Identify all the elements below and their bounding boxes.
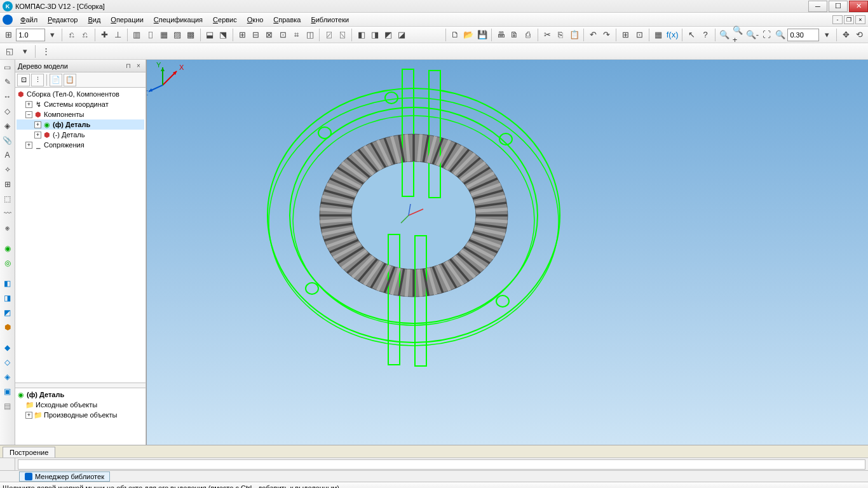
app-menu-icon[interactable]	[3, 15, 13, 25]
tool-icon[interactable]: ⬚	[1, 193, 14, 205]
tool-icon[interactable]: ⊠	[263, 28, 275, 42]
tool-icon[interactable]: ◈	[1, 119, 14, 132]
expand-icon[interactable]: +	[34, 132, 41, 139]
expand-icon[interactable]: +	[25, 142, 32, 149]
grid-snap-icon[interactable]: ⊞	[3, 28, 15, 42]
redo-icon[interactable]: ↷	[600, 28, 613, 42]
tree-node[interactable]: 📁 Исходные объекты	[17, 400, 144, 410]
close-button[interactable]: ✕	[849, 1, 868, 12]
tree-tool-icon[interactable]: ⋮	[31, 74, 44, 86]
tool-icon[interactable]: ✧	[1, 163, 14, 176]
tool-icon[interactable]: ⊡	[277, 28, 289, 42]
tool-icon[interactable]: ⊞	[620, 28, 632, 42]
scale-input[interactable]	[16, 29, 45, 41]
tool-icon[interactable]: ▤	[1, 400, 14, 412]
tool-icon[interactable]: ◪	[396, 28, 408, 42]
tool-icon[interactable]: ⊟	[250, 28, 262, 42]
tool-icon[interactable]: ⎌	[79, 28, 91, 42]
cursor-icon[interactable]: ↖	[686, 28, 698, 42]
tool-icon[interactable]: ◩	[1, 306, 14, 319]
model-tree[interactable]: ⬢ Сборка (Тел-0, Компонентов + ↯ Системы…	[15, 88, 146, 383]
tool-icon[interactable]: ◧	[1, 277, 14, 290]
zoom-fit-icon[interactable]: ⛶	[761, 28, 773, 42]
tree-node[interactable]: ◉ (ф) Деталь	[17, 390, 144, 400]
tool-icon[interactable]: ⍁	[323, 28, 335, 42]
open-icon[interactable]: 📂	[463, 28, 475, 42]
zoom-all-icon[interactable]: 🔍	[774, 28, 786, 42]
menu-view[interactable]: Вид	[83, 15, 105, 25]
tool-icon[interactable]: ◇	[1, 105, 14, 118]
menu-specification[interactable]: Спецификация	[149, 15, 208, 25]
print-preview-icon[interactable]: 🗎	[508, 28, 520, 42]
tree-node[interactable]: + ↯ Системы координат	[17, 99, 144, 109]
tool-icon[interactable]: ⬓	[204, 28, 216, 42]
menu-window[interactable]: Окно	[242, 15, 269, 25]
tree-tool-icon[interactable]: ⊡	[17, 74, 30, 86]
tool-icon[interactable]: A	[1, 149, 14, 161]
zoom-dropdown-icon[interactable]: ▾	[820, 28, 832, 42]
zoom-out-icon[interactable]: 🔍-	[745, 28, 759, 42]
help-icon[interactable]: ?	[700, 28, 712, 42]
tool-icon[interactable]: ◇	[1, 356, 14, 369]
tool-icon[interactable]: ⎌	[65, 28, 78, 42]
tool-icon[interactable]: ⎈	[1, 222, 14, 234]
tree-node[interactable]: − ⬢ Компоненты	[17, 109, 144, 119]
maximize-button[interactable]: ☐	[829, 1, 848, 12]
pin-icon[interactable]: ⊓	[124, 62, 133, 71]
new-icon[interactable]: 🗋	[449, 28, 461, 42]
panel-close-icon[interactable]: ×	[134, 62, 143, 71]
tool-icon[interactable]: ⊞	[1, 178, 14, 191]
menu-operations[interactable]: Операции	[105, 15, 148, 25]
library-manager-tab[interactable]: Менеджер библиотек	[19, 471, 110, 482]
expand-icon[interactable]: +	[34, 121, 41, 128]
tree-node-selected[interactable]: + ◉ (ф) Деталь	[17, 119, 144, 130]
doc-close-button[interactable]: ×	[855, 15, 865, 24]
tool-icon[interactable]: ⬔	[217, 28, 229, 42]
tool-icon[interactable]: ✚	[98, 28, 111, 42]
tool-icon[interactable]: ▨	[171, 28, 183, 42]
cut-icon[interactable]: ✂	[541, 28, 553, 42]
tool-icon[interactable]: ◱	[3, 44, 17, 58]
layers-icon[interactable]: ▥	[131, 28, 143, 42]
expand-icon[interactable]: +	[25, 101, 32, 108]
tool-icon[interactable]: ◧	[355, 28, 367, 42]
tool-icon[interactable]: ◩	[383, 28, 395, 42]
tool-icon[interactable]: ▩	[185, 28, 197, 42]
tool-icon[interactable]: ▦	[653, 28, 665, 42]
tool-icon[interactable]: ◆	[1, 341, 14, 354]
scale-dropdown-icon[interactable]: ▾	[46, 28, 58, 42]
tool-icon[interactable]: ▦	[158, 28, 170, 42]
tool-icon[interactable]: ▭	[1, 61, 14, 74]
paste-icon[interactable]: 📋	[568, 28, 580, 42]
menu-service[interactable]: Сервис	[208, 15, 242, 25]
rotate-icon[interactable]: ⟲	[853, 28, 865, 42]
tool-icon[interactable]: 📎	[1, 134, 14, 147]
tool-icon[interactable]: ▣	[1, 385, 14, 398]
tree-tool-icon[interactable]: 📋	[64, 74, 76, 86]
detail-tree[interactable]: ◉ (ф) Деталь 📁 Исходные объекты + 📁 Прои…	[15, 388, 146, 445]
tool-icon[interactable]: ◨	[1, 292, 14, 304]
tool-icon[interactable]: ⎙	[522, 28, 534, 42]
tool-icon[interactable]: ⌗	[290, 28, 302, 42]
tree-node[interactable]: + 📁 Производные объекты	[17, 410, 144, 420]
doc-minimize-button[interactable]: -	[832, 15, 843, 24]
zoom-in-icon[interactable]: 🔍+	[732, 28, 744, 42]
tool-icon[interactable]: ◨	[369, 28, 381, 42]
collapse-icon[interactable]: −	[25, 111, 32, 118]
tool-icon[interactable]: ◫	[304, 28, 316, 42]
menu-help[interactable]: Справка	[268, 15, 306, 25]
print-icon[interactable]: 🖶	[495, 28, 507, 42]
grid-icon[interactable]: ⊞	[236, 28, 248, 42]
variables-icon[interactable]: f(x)	[666, 28, 679, 42]
minimize-button[interactable]: ─	[808, 1, 827, 12]
tool-icon[interactable]: ⍂	[336, 28, 348, 42]
menu-file[interactable]: Файл	[15, 15, 43, 25]
copy-icon[interactable]: ⎘	[555, 28, 567, 42]
tool-icon[interactable]: ⊡	[633, 28, 645, 42]
pan-icon[interactable]: ✥	[839, 28, 851, 42]
tool-icon[interactable]: ◉	[1, 242, 14, 255]
menu-editor[interactable]: Редактор	[43, 15, 83, 25]
zoom-input[interactable]	[787, 29, 819, 41]
tool-icon[interactable]: ⋮	[39, 44, 53, 58]
doc-restore-button[interactable]: ❐	[844, 15, 854, 24]
